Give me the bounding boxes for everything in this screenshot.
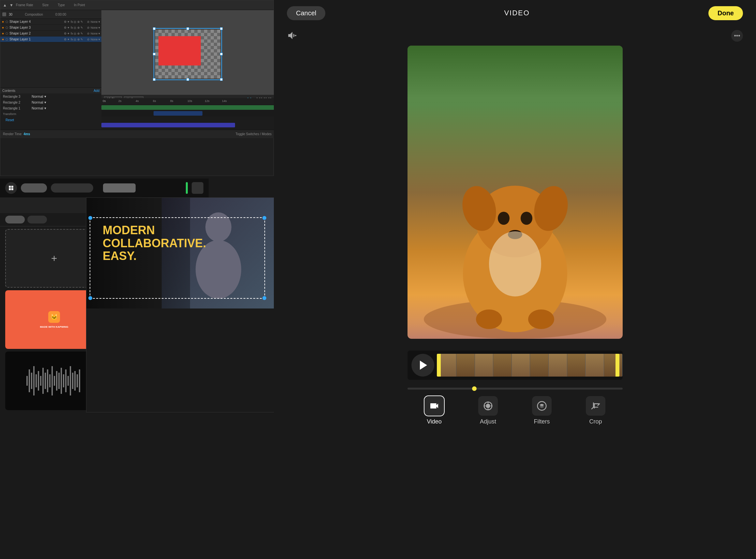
- ae-layer-row-4[interactable]: ★ ⬠ Shape Layer 4 ⚙ ✦ fx ◎ ⊕ ✎ ⊘ None ▾: [0, 19, 101, 25]
- done-button[interactable]: Done: [708, 6, 743, 20]
- rp-tool-crop[interactable]: Crop: [586, 396, 605, 425]
- dog-svg: [408, 117, 623, 339]
- ae-panel: ▲ ▼ Frame Rate Size Type In Point 30 Com…: [0, 0, 274, 176]
- adjust-tool-label: Adjust: [480, 418, 496, 425]
- ae-layer-switch-3: ⚙ ✦ fx ◎ ⊕ ✎: [64, 26, 84, 29]
- bl-tab-2[interactable]: [27, 216, 47, 223]
- bl-pill-2[interactable]: [51, 183, 93, 193]
- ae-layer-row-2[interactable]: ★ ⬠ Shape Layer 2 ⚙ ✦ fx ◎ ⊕ ✎ ⊘ None ▾: [0, 30, 101, 37]
- rp-timeline-left-bracket[interactable]: [437, 354, 441, 377]
- ae-mode-dropdown-3[interactable]: Normal ▾: [31, 94, 46, 99]
- svg-rect-37: [47, 370, 48, 392]
- bl-tab-1[interactable]: [5, 216, 25, 223]
- adjust-tool-icon: [478, 396, 498, 416]
- ae-add-label[interactable]: Add: [93, 89, 100, 92]
- ae-layer-shape-icon-4: ⬠: [5, 20, 8, 23]
- bl-kapwing-text: MADE WITH KAPWING: [40, 326, 68, 328]
- svg-rect-40: [54, 376, 55, 386]
- ae-layer-row-1[interactable]: ★ ⬠ Shape Layer 1 ⚙ ✦ fx ◎ ⊕ ✎ ⊘ None ▾: [0, 37, 101, 42]
- ae-prop-header: Contents Add: [0, 88, 101, 93]
- rp-tool-video[interactable]: Video: [425, 396, 444, 425]
- svg-rect-29: [29, 370, 30, 392]
- te-handle-bl[interactable]: [88, 296, 92, 300]
- volume-icon[interactable]: [287, 30, 299, 42]
- rp-video-preview: [408, 46, 623, 339]
- play-button[interactable]: [411, 354, 434, 377]
- bl-top-nav: [0, 179, 209, 197]
- rp-scrubber[interactable]: [408, 388, 623, 389]
- svg-rect-31: [33, 366, 35, 396]
- bl-white-pill[interactable]: [103, 183, 136, 193]
- ae-layers: ★ ⬠ Shape Layer 4 ⚙ ✦ fx ◎ ⊕ ✎ ⊘ None ▾ …: [0, 19, 101, 87]
- ae-handle-bc[interactable]: [187, 78, 189, 81]
- rp-tool-adjust[interactable]: Adjust: [478, 396, 498, 425]
- ae-comp-icon: [2, 13, 6, 16]
- ae-handle-ml[interactable]: [153, 53, 155, 55]
- ae-mode-dropdown-1[interactable]: Normal ▾: [31, 106, 46, 110]
- ae-contents-label: Contents: [2, 89, 15, 92]
- ae-toggle-switches[interactable]: Toggle Switches / Modes: [235, 132, 272, 136]
- ae-bottom-toolbar: Render Time 4ms Toggle Switches / Modes: [0, 130, 274, 138]
- more-options-button[interactable]: •••: [731, 30, 743, 42]
- svg-rect-46: [67, 376, 69, 386]
- ae-track-1: [101, 122, 274, 128]
- ae-star-3: ★: [2, 26, 4, 29]
- film-frame-3: [475, 354, 494, 377]
- ae-layer-name-1: Shape Layer 1: [9, 38, 63, 41]
- svg-rect-38: [49, 374, 50, 387]
- bl-kapwing-icon: 🐱: [48, 311, 60, 323]
- film-frame-4: [493, 354, 512, 377]
- ae-handle-tl[interactable]: [153, 27, 155, 30]
- rp-tools: Video Adjust Filters: [408, 396, 623, 425]
- ae-track-3: [101, 110, 274, 116]
- play-triangle-icon: [420, 361, 427, 370]
- ae-track-2: [101, 116, 274, 122]
- filters-icon: [537, 401, 547, 411]
- ae-handle-tr[interactable]: [220, 27, 223, 30]
- bl-waveform2-svg: [25, 355, 84, 407]
- cancel-button[interactable]: Cancel: [287, 6, 325, 20]
- ae-handle-bl[interactable]: [153, 78, 155, 81]
- rp-scrubber-wrapper: [274, 388, 756, 389]
- svg-point-54: [295, 35, 296, 36]
- ae-track-4: [101, 105, 274, 110]
- ae-handle-tc[interactable]: [187, 27, 189, 30]
- rp-tool-filters[interactable]: Filters: [532, 396, 552, 425]
- bl-green-bar[interactable]: [186, 182, 188, 194]
- svg-rect-30: [31, 373, 32, 389]
- film-frame-9: [585, 354, 604, 377]
- svg-rect-47: [70, 366, 71, 396]
- ae-handle-mr[interactable]: [220, 53, 223, 55]
- ae-handle-br[interactable]: [220, 78, 223, 81]
- svg-rect-50: [77, 374, 78, 387]
- te-handle-br[interactable]: [262, 296, 266, 300]
- svg-rect-45: [65, 370, 66, 392]
- ae-layer-row-3[interactable]: ★ ⬠ Shape Layer 3 ⚙ ✦ fx ◎ ⊕ ✎ ⊘ None ▾: [0, 25, 101, 30]
- rp-timeline-right-bracket[interactable]: [615, 354, 620, 377]
- adjust-icon: [483, 401, 493, 411]
- svg-rect-1: [12, 186, 13, 188]
- film-frame-6: [530, 354, 549, 377]
- ae-layer-shape-icon-2: ⬠: [5, 32, 8, 35]
- ae-transform-label: Transform: [3, 112, 16, 116]
- filters-tool-icon: [532, 396, 552, 416]
- ae-reset-label[interactable]: Reset: [5, 118, 14, 122]
- svg-point-64: [476, 310, 502, 329]
- bl-spacer-2: [139, 183, 182, 193]
- te-handle-tl[interactable]: [88, 216, 92, 220]
- ae-top-bar: ▲ ▼ Frame Rate Size Type In Point: [0, 0, 274, 10]
- video-tool-label: Video: [427, 418, 442, 425]
- rp-header: Cancel VIDEO Done: [274, 0, 756, 26]
- crop-tool-label: Crop: [589, 418, 602, 425]
- ae-reset-row[interactable]: Reset: [0, 117, 101, 123]
- ae-mode-dropdown-2[interactable]: Normal ▾: [31, 100, 46, 105]
- ae-selection-handles: [154, 28, 222, 80]
- ae-layer-name-3: Shape Layer 3: [9, 26, 63, 29]
- svg-rect-33: [38, 371, 39, 390]
- bl-pill-1[interactable]: [21, 183, 47, 193]
- ae-layer-switch-2: ⚙ ✦ fx ◎ ⊕ ✎: [64, 32, 84, 35]
- svg-rect-35: [42, 368, 44, 394]
- bl-gray-btn[interactable]: [192, 182, 203, 194]
- ae-in-point: 0:00:00: [56, 13, 66, 16]
- te-handle-tr[interactable]: [262, 216, 266, 220]
